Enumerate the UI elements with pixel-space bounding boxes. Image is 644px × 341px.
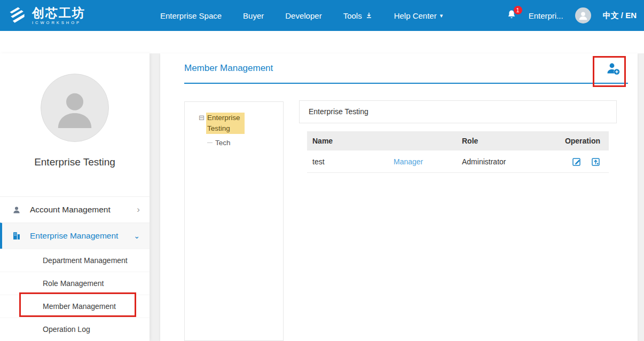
main-header: Member Management <box>184 53 628 84</box>
table-header-row: Name Role Operation <box>307 131 609 150</box>
member-name: test <box>307 157 388 166</box>
tree-node-enterprise-testing[interactable]: ⊟ Enterprise Testing <box>199 113 278 134</box>
add-member-icon <box>606 61 621 75</box>
profile-avatar-icon <box>49 82 100 133</box>
org-tree: ⊟ Enterprise Testing Tech <box>184 101 284 341</box>
user-avatar[interactable] <box>575 7 591 23</box>
page-title: Member Management <box>184 63 273 74</box>
chevron-right-icon: › <box>137 204 140 215</box>
logo-title: 创芯工坊 <box>32 6 85 19</box>
profile-name: Enterprise Testing <box>0 156 150 169</box>
tree-node-label[interactable]: Enterprise Testing <box>206 113 245 134</box>
logo[interactable]: 创芯工坊 ICWORKSHOP <box>6 5 85 26</box>
account-icon <box>12 205 21 215</box>
notifications-button[interactable]: 1 <box>506 9 517 22</box>
panel-title: Enterprise Testing <box>299 100 617 123</box>
tree-collapse-icon[interactable]: ⊟ <box>199 113 205 123</box>
add-member-button[interactable] <box>606 61 621 75</box>
sidebar-menu: Account Management › Enterprise Manageme… <box>0 196 150 340</box>
row-operations <box>558 156 609 167</box>
tree-connector <box>207 142 213 143</box>
nav-help-center[interactable]: Help Center ▾ <box>394 11 443 20</box>
logo-icon <box>6 5 28 26</box>
nav-enterprise-space[interactable]: Enterprise Space <box>160 11 222 20</box>
top-nav-links: Enterprise Space Buyer Developer Tools H… <box>160 11 443 20</box>
sidebar-item-department-management[interactable]: Department Management <box>0 249 150 272</box>
column-header-operation: Operation <box>558 137 609 145</box>
nav-tools-label: Tools <box>343 11 362 20</box>
edit-member-icon[interactable] <box>571 156 582 167</box>
sidebar-item-operation-log[interactable]: Operation Log <box>0 318 150 340</box>
logo-subtitle: ICWORKSHOP <box>32 20 85 25</box>
language-switch[interactable]: 中文 / EN <box>603 11 637 21</box>
topbar-right: 1 Enterpri... 中文 / EN <box>506 7 637 23</box>
sidebar-item-member-management[interactable]: Member Management <box>0 295 150 318</box>
profile-avatar <box>41 74 109 142</box>
building-icon <box>12 231 21 241</box>
main-panel: Member Management ⊟ Enterprise Testing T… <box>160 53 638 341</box>
username[interactable]: Enterpri... <box>529 11 563 20</box>
sidebar-item-label: Account Management <box>30 205 111 215</box>
sidebar-item-role-management[interactable]: Role Management <box>0 272 150 295</box>
column-header-role: Role <box>457 137 558 145</box>
download-icon <box>365 12 373 19</box>
tree-node-tech[interactable]: Tech <box>207 139 278 147</box>
nav-buyer[interactable]: Buyer <box>243 11 264 20</box>
manager-link[interactable]: Manager <box>388 157 457 166</box>
page: 创芯工坊 ICWORKSHOP Enterprise Space Buyer D… <box>0 0 644 341</box>
user-avatar-icon <box>577 10 589 21</box>
tree-node-label: Tech <box>215 139 231 147</box>
column-header-name: Name <box>307 137 457 145</box>
table-row: test Manager Administrator <box>307 150 609 173</box>
notification-badge: 1 <box>514 6 522 14</box>
sidebar-submenu: Department Management Role Management Me… <box>0 249 150 340</box>
top-navbar: 创芯工坊 ICWORKSHOP Enterprise Space Buyer D… <box>0 0 644 31</box>
nav-help-label: Help Center <box>394 11 437 20</box>
chevron-down-icon: ⌄ <box>133 232 140 240</box>
sidebar-item-account-management[interactable]: Account Management › <box>0 196 150 223</box>
transfer-member-icon[interactable] <box>591 156 601 167</box>
member-role: Administrator <box>457 157 558 166</box>
nav-developer[interactable]: Developer <box>285 11 321 20</box>
chevron-down-icon: ▾ <box>440 12 443 19</box>
nav-tools[interactable]: Tools <box>343 11 373 20</box>
members-table: Name Role Operation test Manager Adminis… <box>307 131 609 173</box>
sidebar: Enterprise Testing Account Management › <box>0 53 150 341</box>
sidebar-item-enterprise-management[interactable]: Enterprise Management ⌄ <box>0 223 150 249</box>
logo-text: 创芯工坊 ICWORKSHOP <box>32 6 85 25</box>
sidebar-item-label: Enterprise Management <box>30 231 118 241</box>
